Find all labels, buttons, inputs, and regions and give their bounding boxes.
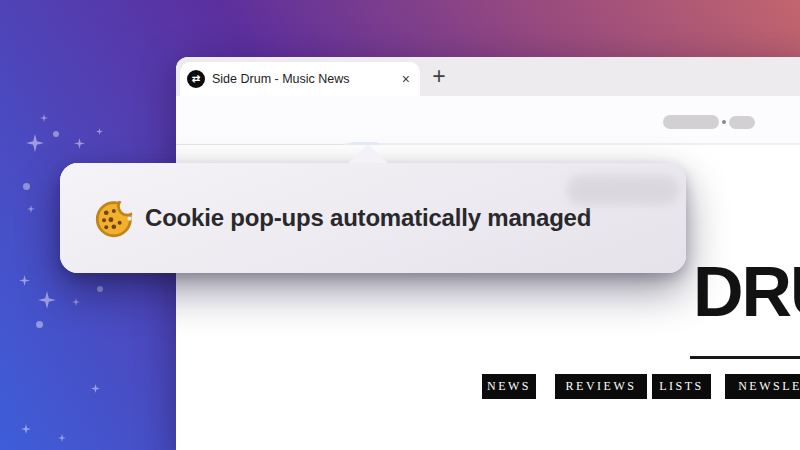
nav-item-newsletter[interactable]: NEWSLETTER	[725, 374, 800, 399]
new-tab-button[interactable]: +	[426, 60, 452, 92]
toolbar-placeholder-pill	[729, 116, 755, 129]
sparkle-icon	[74, 138, 85, 149]
masthead-rule	[690, 356, 800, 359]
sparkle-icon	[38, 291, 56, 309]
site-favicon-icon: ⇄	[187, 70, 205, 88]
popup-frosted-blur	[567, 175, 679, 205]
tab-close-icon[interactable]: ×	[402, 72, 410, 86]
sparkle-icon	[96, 128, 103, 135]
sparkle-icon	[19, 275, 30, 286]
cookie-emoji-icon	[94, 197, 136, 239]
sparkle-icon	[72, 298, 80, 306]
toolbar-placeholder-dot	[722, 120, 726, 124]
cookie-popup: Cookie pop-ups automatically managed	[60, 163, 686, 273]
nav-item-reviews[interactable]: REVIEWS	[555, 374, 647, 399]
browser-toolbar	[176, 96, 800, 145]
sparkle-icon	[58, 434, 66, 442]
tab-title: Side Drum - Music News	[212, 72, 398, 86]
sparkle-dot	[97, 286, 103, 292]
popup-message: Cookie pop-ups automatically managed	[145, 204, 591, 232]
sparkle-icon	[21, 424, 31, 434]
sparkle-icon	[27, 205, 35, 213]
popup-body: Cookie pop-ups automatically managed	[60, 163, 686, 273]
site-masthead: DRUM	[693, 257, 800, 327]
desktop-background: ⇄ Side Drum - Music News × +	[0, 0, 800, 450]
tab-side-drum[interactable]: ⇄ Side Drum - Music News ×	[180, 62, 420, 96]
sparkle-dot	[36, 321, 43, 328]
sparkle-icon	[26, 134, 44, 152]
sparkle-dot	[53, 131, 59, 137]
toolbar-placeholder-pill	[663, 115, 719, 129]
sparkle-icon	[40, 114, 48, 122]
tab-bar: ⇄ Side Drum - Music News × +	[176, 57, 800, 96]
nav-item-lists[interactable]: LISTS	[652, 374, 711, 399]
sparkle-dot	[23, 183, 30, 190]
nav-item-news[interactable]: NEWS	[482, 374, 536, 399]
sparkle-icon	[91, 384, 100, 393]
